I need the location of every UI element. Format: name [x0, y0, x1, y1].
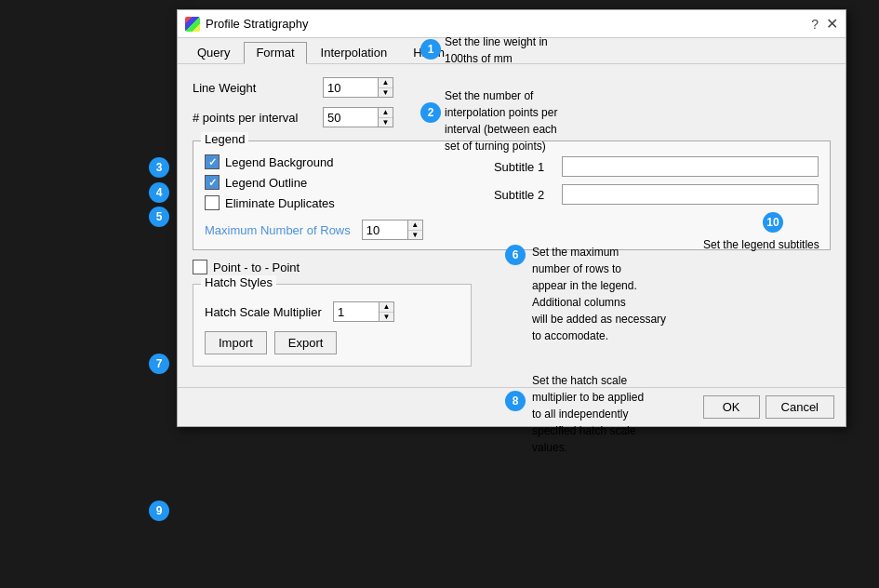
callout-8-bubble: 8 — [505, 391, 526, 411]
points-per-interval-spinner[interactable]: ▲ ▼ — [379, 107, 393, 127]
eliminate-duplicates-checkbox[interactable] — [205, 195, 220, 210]
point-to-point-label: Point - to - Point — [213, 261, 300, 274]
callout-10-text: Set the legend subtitles — [703, 236, 819, 253]
callout-7-bubble: 7 — [149, 354, 169, 374]
points-per-interval-label: # points per interval — [193, 111, 323, 125]
eliminate-duplicates-label: Eliminate Duplicates — [225, 196, 335, 210]
max-rows-label: Maximum Number of Rows — [205, 223, 351, 237]
callout-2-bubble: 2 — [420, 102, 441, 123]
subtitle1-label: Subtitle 1 — [494, 160, 554, 174]
points-per-interval-input[interactable] — [323, 107, 379, 127]
subtitle2-label: Subtitle 2 — [494, 188, 554, 202]
import-button[interactable]: Import — [205, 331, 267, 354]
hatch-scale-label: Hatch Scale Multiplier — [205, 305, 326, 319]
hatch-scale-row: Hatch Scale Multiplier ▲ ▼ — [205, 298, 459, 322]
max-rows-spinner[interactable]: ▲ ▼ — [408, 220, 423, 240]
point-to-point-checkbox[interactable] — [193, 260, 207, 274]
max-rows-row: Maximum Number of Rows ▲ ▼ — [205, 220, 475, 240]
callout-1-text: Set the line weight in 100ths of mm — [445, 33, 548, 67]
callout-9-bubble: 9 — [149, 501, 169, 521]
callout-4-bubble: 4 — [149, 182, 169, 203]
subtitle2-input[interactable] — [562, 184, 819, 205]
max-rows-input[interactable] — [362, 220, 408, 240]
legend-group: Legend ✓ Legend Background ✓ — [193, 140, 831, 250]
tab-interpolation[interactable]: Interpolation — [309, 42, 400, 63]
hatch-scale-spinner[interactable]: ▲ ▼ — [380, 301, 394, 322]
callout-6-text: Set the maximum number of rows to appear… — [532, 244, 666, 344]
tab-query[interactable]: Query — [185, 42, 242, 63]
line-weight-spinner[interactable]: ▲ ▼ — [379, 77, 393, 98]
line-weight-input[interactable] — [323, 77, 379, 98]
callout-2-text: Set the number of interpolation points p… — [445, 87, 557, 154]
tab-format[interactable]: Format — [244, 42, 306, 64]
dialog-title: Profile Stratigraphy — [206, 17, 309, 31]
legend-background-label: Legend Background — [225, 155, 333, 169]
callout-5-bubble: 5 — [149, 207, 169, 227]
subtitle2-row: Subtitle 2 — [494, 184, 819, 205]
legend-group-title: Legend — [201, 132, 248, 146]
callout-8-text: Set the hatch scale multiplier to be app… — [532, 372, 644, 456]
hatch-styles-title: Hatch Styles — [201, 275, 276, 289]
cancel-button[interactable]: Cancel — [766, 395, 834, 419]
hatch-scale-input[interactable] — [333, 301, 380, 322]
callout-6-bubble: 6 — [505, 245, 526, 265]
export-button[interactable]: Export — [274, 331, 338, 354]
close-button[interactable]: ✕ — [826, 15, 838, 33]
help-button[interactable]: ? — [811, 17, 819, 32]
subtitle1-input[interactable] — [562, 156, 819, 177]
app-icon — [185, 17, 200, 32]
legend-background-row: ✓ Legend Background — [205, 154, 475, 169]
callout-10-bubble: 10 — [763, 212, 783, 233]
import-export-row: Import Export — [205, 331, 459, 354]
legend-outline-checkbox[interactable]: ✓ — [205, 175, 220, 190]
subtitle1-row: Subtitle 1 — [494, 156, 819, 177]
callout-1-bubble: 1 — [420, 39, 441, 60]
eliminate-duplicates-row: Eliminate Duplicates — [205, 195, 475, 210]
legend-outline-label: Legend Outline — [225, 176, 307, 190]
hatch-styles-group: Hatch Styles Hatch Scale Multiplier ▲ ▼ … — [193, 284, 472, 367]
ok-button[interactable]: OK — [703, 395, 760, 419]
legend-outline-row: ✓ Legend Outline — [205, 175, 475, 190]
callout-3-bubble: 3 — [149, 157, 169, 178]
line-weight-label: Line Weight — [193, 81, 323, 95]
legend-background-checkbox[interactable]: ✓ — [205, 154, 220, 169]
